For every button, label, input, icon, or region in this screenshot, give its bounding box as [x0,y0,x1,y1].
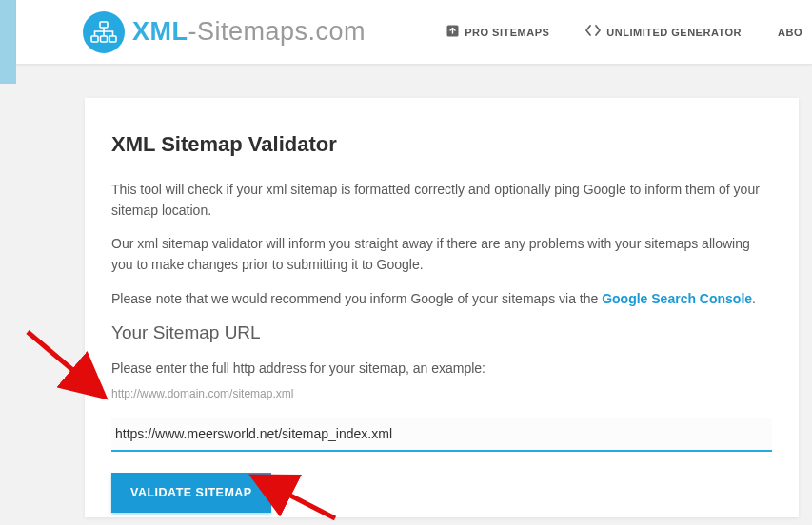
svg-rect-0 [100,22,108,28]
code-brackets-icon [585,25,601,39]
intro-paragraph-2: Our xml sitemap validator will inform yo… [111,234,772,275]
sitemap-tree-icon [83,11,125,53]
sitemap-url-input[interactable] [111,418,772,452]
nav-pro-label: PRO SITEMAPS [465,27,549,38]
google-search-console-link[interactable]: Google Search Console [602,291,752,306]
top-bar: XML-Sitemaps.com PRO SITEMAPS UNLIMITED … [16,0,812,65]
nav-pro-sitemaps[interactable]: PRO SITEMAPS [446,25,549,40]
instruction-text: Please enter the full http address for y… [111,359,772,379]
validator-card: XML Sitemap Validator This tool will che… [85,98,799,517]
primary-nav: PRO SITEMAPS UNLIMITED GENERATOR ABO [446,25,812,40]
intro-paragraph-1: This tool will check if your xml sitemap… [111,180,772,221]
svg-rect-1 [91,36,98,42]
example-url: http://www.domain.com/sitemap.xml [111,387,772,400]
nav-unlimited-label: UNLIMITED GENERATOR [606,27,742,38]
intro-paragraph-3: Please note that we would recommend you … [111,289,772,310]
nav-about[interactable]: ABO [778,27,802,38]
page-title: XML Sitemap Validator [111,132,772,157]
svg-rect-2 [101,36,108,42]
site-logo[interactable]: XML-Sitemaps.com [83,11,366,53]
arrow-up-square-icon [446,25,459,40]
validate-sitemap-button[interactable]: VALIDATE SITEMAP [111,473,271,513]
svg-rect-3 [109,36,116,42]
nav-about-label: ABO [778,27,802,38]
sitemap-url-heading: Your Sitemap URL [111,322,772,343]
left-accent-strip [0,0,16,84]
site-logo-text: XML-Sitemaps.com [132,17,366,47]
nav-unlimited-generator[interactable]: UNLIMITED GENERATOR [585,25,742,39]
